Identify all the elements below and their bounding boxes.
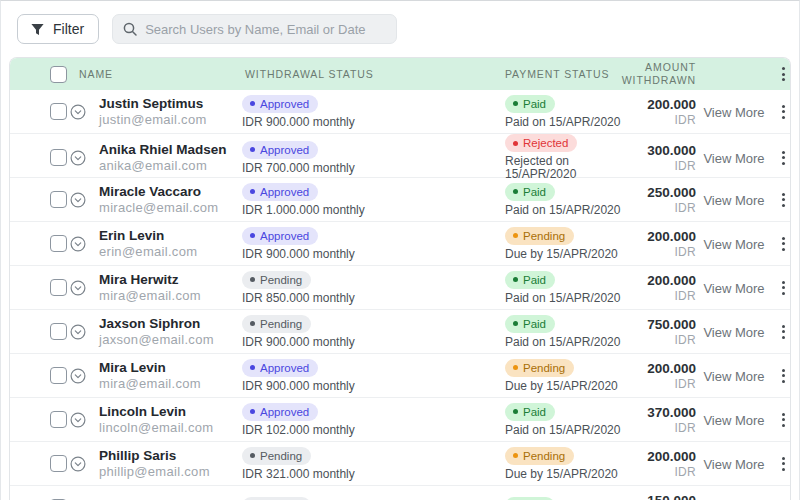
expand-chevron-icon[interactable]	[70, 456, 86, 472]
amount-value: 200.000	[640, 96, 696, 113]
payment-status-label: Pending	[523, 450, 565, 462]
row-kebab-menu-icon[interactable]	[778, 320, 789, 343]
status-dot-icon	[513, 453, 518, 458]
user-name: Phillip Saris	[99, 447, 238, 464]
payment-note: Paid on 15/APR/2020	[505, 204, 640, 217]
table-row: Lincoln Levinlincoln@email.com ApprovedI…	[10, 398, 790, 442]
status-dot-icon	[250, 189, 255, 194]
withdrawal-note: IDR 900.000 monthly	[242, 248, 502, 261]
expand-chevron-icon[interactable]	[70, 150, 86, 166]
withdrawal-status-label: Approved	[260, 230, 309, 242]
status-dot-icon	[250, 101, 255, 106]
expand-chevron-icon[interactable]	[70, 412, 86, 428]
payment-note: Due by 15/APR/2020	[505, 248, 640, 261]
user-name: Anika Rhiel Madsen	[99, 141, 238, 158]
table-row: Phillip Sarisphillip@email.com PendingID…	[10, 442, 790, 486]
view-more-link[interactable]: View More	[703, 369, 764, 384]
view-more-link[interactable]: View More	[703, 151, 764, 166]
amount-value: 200.000	[640, 228, 696, 245]
payment-status-pill: Pending	[505, 227, 574, 245]
amount-value: 200.000	[640, 448, 696, 465]
user-name: Justin Septimus	[99, 95, 238, 112]
users-table: NAME WITHDRAWAL STATUS PAYMENT STATUS AM…	[9, 57, 791, 500]
user-email: miracle@email.com	[99, 200, 238, 216]
user-name: Lincoln Levin	[99, 403, 238, 420]
header-kebab-menu-icon[interactable]	[778, 63, 789, 86]
row-checkbox[interactable]	[50, 103, 67, 120]
select-all-checkbox[interactable]	[50, 66, 67, 83]
status-dot-icon	[250, 365, 255, 370]
withdrawal-status-pill: Approved	[242, 227, 318, 245]
expand-chevron-icon[interactable]	[70, 192, 86, 208]
amount-value: 250.000	[640, 184, 696, 201]
status-dot-icon	[513, 101, 518, 106]
expand-chevron-icon[interactable]	[70, 104, 86, 120]
payment-status-pill: Paid	[505, 183, 555, 201]
status-dot-icon	[513, 233, 518, 238]
row-kebab-menu-icon[interactable]	[778, 232, 789, 255]
status-dot-icon	[513, 409, 518, 414]
payment-status-pill: Paid	[505, 271, 555, 289]
row-kebab-menu-icon[interactable]	[778, 146, 789, 169]
table-row: Miracle Vaccaromiracle@email.com Approve…	[10, 178, 790, 222]
view-more-link[interactable]: View More	[703, 105, 764, 120]
row-checkbox[interactable]	[50, 191, 67, 208]
amount-currency: IDR	[640, 465, 696, 480]
row-checkbox[interactable]	[50, 149, 67, 166]
filter-button[interactable]: Filter	[17, 14, 99, 44]
withdrawal-note: IDR 900.000 monthly	[242, 336, 502, 349]
user-email: justin@email.com	[99, 112, 238, 128]
view-more-link[interactable]: View More	[703, 325, 764, 340]
view-more-link[interactable]: View More	[703, 237, 764, 252]
row-kebab-menu-icon[interactable]	[778, 496, 789, 500]
row-checkbox[interactable]	[50, 367, 67, 384]
amount-currency: IDR	[640, 289, 696, 304]
withdrawal-status-label: Approved	[260, 144, 309, 156]
status-dot-icon	[513, 365, 518, 370]
payment-status-label: Paid	[523, 186, 546, 198]
row-checkbox[interactable]	[50, 455, 67, 472]
status-dot-icon	[513, 189, 518, 194]
amount-value: 370.000	[640, 404, 696, 421]
view-more-link[interactable]: View More	[703, 413, 764, 428]
row-kebab-menu-icon[interactable]	[778, 364, 789, 387]
expand-chevron-icon[interactable]	[70, 324, 86, 340]
withdrawal-status-pill: Pending	[242, 315, 311, 333]
amount-value: 750.000	[640, 316, 696, 333]
view-more-link[interactable]: View More	[703, 457, 764, 472]
row-checkbox[interactable]	[50, 323, 67, 340]
withdrawal-note: IDR 102.000 monthly	[242, 424, 502, 437]
view-more-link[interactable]: View More	[703, 281, 764, 296]
expand-chevron-icon[interactable]	[70, 280, 86, 296]
view-more-link[interactable]: View More	[703, 193, 764, 208]
payment-status-label: Paid	[523, 274, 546, 286]
withdrawal-note: IDR 700.000 monthly	[242, 162, 502, 175]
page: Filter NAME WITHDRAWAL STATUS PAYMENT ST…	[0, 0, 800, 500]
search-input[interactable]	[112, 14, 397, 44]
user-name: Mira Herwitz	[99, 271, 238, 288]
table-row: Anika Rhiel Madsenanika@email.com Approv…	[10, 134, 790, 178]
payment-status-label: Paid	[523, 406, 546, 418]
row-kebab-menu-icon[interactable]	[778, 188, 789, 211]
row-kebab-menu-icon[interactable]	[778, 276, 789, 299]
row-checkbox[interactable]	[50, 235, 67, 252]
user-email: mira@email.com	[99, 288, 238, 304]
expand-chevron-icon[interactable]	[70, 236, 86, 252]
withdrawal-note: IDR 321.000 monthly	[242, 468, 502, 481]
payment-status-label: Paid	[523, 318, 546, 330]
withdrawal-status-pill: Approved	[242, 183, 318, 201]
row-kebab-menu-icon[interactable]	[778, 408, 789, 431]
row-kebab-menu-icon[interactable]	[778, 452, 789, 475]
row-checkbox[interactable]	[50, 411, 67, 428]
row-checkbox[interactable]	[50, 279, 67, 296]
user-email: lincoln@email.com	[99, 420, 238, 436]
payment-status-pill: Rejected	[505, 134, 577, 152]
payment-status-label: Pending	[523, 362, 565, 374]
table-row: Justin Septimusjustin@email.com Approved…	[10, 90, 790, 134]
toolbar: Filter	[1, 1, 799, 57]
status-dot-icon	[513, 277, 518, 282]
withdrawal-status-pill: Approved	[242, 403, 318, 421]
row-kebab-menu-icon[interactable]	[778, 100, 789, 123]
expand-chevron-icon[interactable]	[70, 368, 86, 384]
payment-note: Paid on 15/APR/2020	[505, 336, 640, 349]
